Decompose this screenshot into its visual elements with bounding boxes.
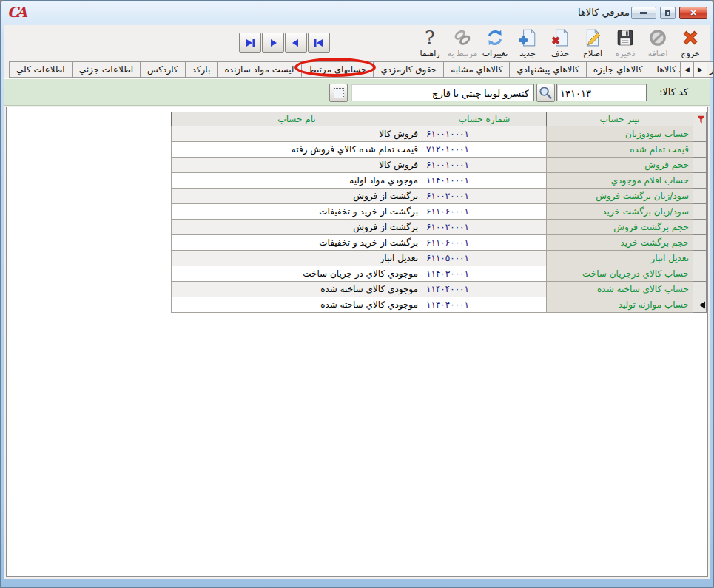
account-number-cell[interactable]: ۶۱۰۰۲۰۰۰۱ (422, 189, 547, 204)
toolbar-button[interactable]: حذف (544, 26, 576, 60)
nav-arrow-icon (290, 38, 302, 48)
tab[interactable]: اطلاعات جزئي (72, 61, 141, 78)
account-name-cell[interactable]: فروش كالا (172, 126, 422, 142)
account-number-cell[interactable]: ۶۱۰۰۱۰۰۰۱ (422, 126, 547, 142)
tab[interactable]: كالاهاي پيشنهادي (509, 61, 587, 78)
table-row[interactable]: حساب كالاي درجريان ساخت ۱۱۴۰۳۰۰۰۱ موجودي… (172, 266, 707, 282)
row-indicator[interactable] (693, 235, 707, 251)
account-name-cell[interactable]: برگشت از خريد و تخفيفات (172, 204, 422, 220)
nav-button[interactable] (285, 33, 307, 53)
toolbar-button[interactable]: اصلاح (576, 26, 609, 60)
nav-button[interactable] (262, 33, 284, 53)
account-title-cell[interactable]: سود/زيان برگشت خريد (547, 204, 693, 220)
account-name-cell[interactable]: موجودي مواد اوليه (172, 173, 422, 189)
nav-button[interactable] (239, 33, 261, 53)
account-number-cell[interactable]: ۶۱۱۰۶۰۰۰۱ (422, 235, 547, 251)
toolbar-button[interactable]: ذخيره (609, 26, 641, 60)
row-indicator[interactable] (693, 173, 707, 189)
account-title-cell[interactable]: قيمت تمام شده (547, 142, 693, 158)
account-name-cell[interactable]: موجودي كالاي در جريان ساخت (172, 266, 422, 282)
dotted-square-icon (334, 88, 344, 98)
row-indicator[interactable] (693, 158, 707, 173)
row-indicator[interactable] (693, 126, 707, 142)
account-number-cell[interactable]: ۶۱۱۰۶۰۰۰۱ (422, 204, 547, 220)
close-button[interactable]: ✕ (679, 7, 707, 19)
account-name-cell[interactable]: برگشت از خريد و تخفيفات (172, 235, 422, 251)
table-row[interactable]: حساب سودوزيان ۶۱۰۰۱۰۰۰۱ فروش كالا (172, 126, 707, 142)
row-indicator[interactable] (693, 251, 707, 266)
account-number-cell[interactable]: ۶۱۱۰۵۰۰۰۱ (422, 251, 547, 266)
account-title-cell[interactable]: حساب كالاي ساخته شده (547, 282, 693, 297)
toolbar-button[interactable]: جديد (511, 26, 544, 60)
account-title-cell[interactable]: تعديل انبار (547, 251, 693, 266)
tab-scroll-right-icon[interactable]: ▶ (693, 61, 707, 78)
nav-button[interactable] (308, 33, 330, 53)
row-indicator[interactable] (693, 204, 707, 220)
tab[interactable]: حقوق كارمزدي (373, 61, 444, 78)
account-title-cell[interactable]: حساب اقلام موجودي (547, 173, 693, 189)
account-title-cell[interactable]: حساب سودوزيان (547, 126, 693, 142)
row-indicator[interactable] (693, 142, 707, 158)
tab[interactable]: باركد (185, 61, 218, 78)
table-row[interactable]: حساب موازنه توليد ۱۱۴۰۴۰۰۰۱ موجودي كالاي… (172, 297, 707, 313)
table-row[interactable]: سود/زيان برگشت خريد ۶۱۱۰۶۰۰۰۱ برگشت از خ… (172, 204, 707, 220)
filter-icon[interactable] (693, 112, 707, 126)
tab[interactable]: كاردكس (140, 61, 186, 78)
row-indicator[interactable] (693, 189, 707, 204)
table-row[interactable]: حجم برگشت فروش ۶۱۰۰۲۰۰۰۱ برگشت از فروش (172, 220, 707, 235)
row-indicator[interactable] (693, 220, 707, 235)
tab[interactable]: كالاهاي جايزه (586, 61, 650, 78)
account-name-cell[interactable]: برگشت از فروش (172, 189, 422, 204)
account-number-cell[interactable]: ۷۱۲۰۱۰۰۰۱ (422, 142, 547, 158)
tab-scroll-left-icon[interactable]: ◀ (680, 61, 694, 78)
account-number-cell[interactable]: ۱۱۴۰۴۰۰۰۱ (422, 297, 547, 313)
row-indicator[interactable] (693, 297, 707, 313)
browse-button[interactable] (329, 84, 348, 102)
toolbar-button[interactable]: اضافه (641, 26, 674, 60)
tab[interactable]: كالاهاي مشابه (443, 61, 510, 78)
minimize-button[interactable] (631, 7, 656, 19)
title-bar[interactable]: CA معرفي كالاها ✕ (1, 1, 713, 24)
toolbar-button[interactable]: ? راهنما (414, 26, 446, 60)
account-title-cell[interactable]: حساب كالاي درجريان ساخت (547, 266, 693, 282)
table-row[interactable]: حجم فروش ۶۱۰۰۱۰۰۰۱ فروش كالا (172, 158, 707, 173)
item-code-input[interactable] (556, 84, 647, 101)
account-title-cell[interactable]: حساب موازنه توليد (547, 297, 693, 313)
account-name-cell[interactable]: تعديل انبار (172, 251, 422, 266)
toolbar-button[interactable]: مرتبط به (446, 26, 479, 60)
table-row[interactable]: حجم برگشت خريد ۶۱۱۰۶۰۰۰۱ برگشت از خريد و… (172, 235, 707, 251)
item-name-input[interactable] (351, 84, 534, 101)
account-title-cell[interactable]: حجم برگشت فروش (547, 220, 693, 235)
account-name-cell[interactable]: فروش كالا (172, 158, 422, 173)
table-row[interactable]: حساب كالاي ساخته شده ۱۱۴۰۴۰۰۰۱ موجودي كا… (172, 282, 707, 297)
tab[interactable]: اطلاعات كلي (9, 61, 73, 78)
account-name-cell[interactable]: موجودي كالاي ساخته شده (172, 282, 422, 297)
row-indicator[interactable] (693, 266, 707, 282)
account-number-cell[interactable]: ۱۱۴۰۱۰۰۰۱ (422, 173, 547, 189)
maximize-button[interactable] (660, 7, 676, 19)
tab[interactable]: حسابهاي مرتبط (301, 61, 374, 78)
toolbar-button[interactable]: خروج (674, 26, 707, 60)
table-row[interactable]: سود/زيان برگشت فروش ۶۱۰۰۲۰۰۰۱ برگشت از ف… (172, 189, 707, 204)
column-header-title[interactable]: تيتر حساب (547, 112, 693, 126)
account-title-cell[interactable]: حجم برگشت خريد (547, 235, 693, 251)
table-row[interactable]: قيمت تمام شده ۷۱۲۰۱۰۰۰۱ قيمت تمام شده كا… (172, 142, 707, 158)
table-row[interactable]: حساب اقلام موجودي ۱۱۴۰۱۰۰۰۱ موجودي مواد … (172, 173, 707, 189)
tab[interactable]: ليست مواد سازنده (217, 61, 301, 78)
account-number-cell[interactable]: ۶۱۰۰۲۰۰۰۱ (422, 220, 547, 235)
column-header-name[interactable]: نام حساب (172, 112, 422, 126)
account-number-cell[interactable]: ۶۱۰۰۱۰۰۰۱ (422, 158, 547, 173)
account-name-cell[interactable]: قيمت تمام شده كالاي فروش رفته (172, 142, 422, 158)
row-indicator[interactable] (693, 282, 707, 297)
account-number-cell[interactable]: ۱۱۴۰۴۰۰۰۱ (422, 282, 547, 297)
search-button[interactable] (536, 84, 555, 102)
account-title-cell[interactable]: سود/زيان برگشت فروش (547, 189, 693, 204)
column-header-number[interactable]: شماره حساب (422, 112, 547, 126)
account-title-cell[interactable]: حجم فروش (547, 158, 693, 173)
account-name-cell[interactable]: برگشت از فروش (172, 220, 422, 235)
account-name-cell[interactable]: موجودي كالاي ساخته شده (172, 297, 422, 313)
table-row[interactable]: تعديل انبار ۶۱۱۰۵۰۰۰۱ تعديل انبار (172, 251, 707, 266)
window-controls: ✕ (631, 7, 707, 19)
account-number-cell[interactable]: ۱۱۴۰۳۰۰۰۱ (422, 266, 547, 282)
toolbar-button[interactable]: تغييرات (479, 26, 511, 60)
